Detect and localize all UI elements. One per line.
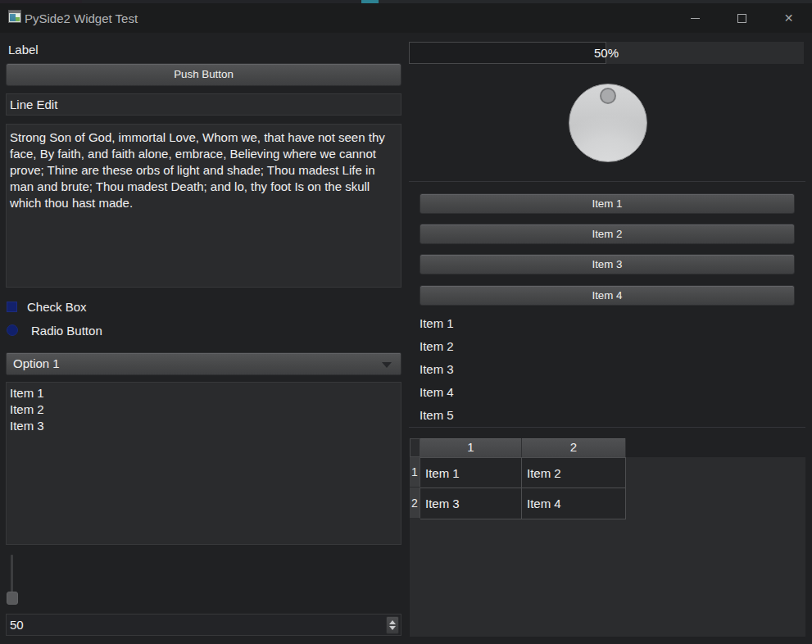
list-item[interactable]: Item 2: [10, 401, 401, 418]
list-item[interactable]: Item 5: [409, 404, 805, 427]
checkbox-indicator[interactable]: [7, 302, 17, 312]
item-3-button[interactable]: Item 3: [420, 254, 795, 274]
list-item[interactable]: Item 3: [409, 358, 805, 381]
title-bar[interactable]: PySide2 Widget Test ✕: [0, 3, 812, 33]
table-column-headers: 1 2: [420, 438, 626, 457]
list-item[interactable]: Item 3: [10, 418, 401, 434]
push-button[interactable]: Push Button: [6, 63, 401, 86]
maximize-icon: [737, 14, 746, 23]
static-label: Label: [8, 43, 39, 57]
item-1-button[interactable]: Item 1: [420, 193, 795, 214]
window-title: PySide2 Widget Test: [25, 11, 138, 25]
list-item[interactable]: Item 4: [409, 381, 805, 404]
column-header[interactable]: 2: [522, 438, 626, 457]
item-4-button[interactable]: Item 4: [420, 285, 795, 306]
close-icon: ✕: [784, 12, 794, 24]
separator: [409, 427, 805, 428]
spin-box-value: 50: [10, 618, 24, 632]
row-header[interactable]: 2: [410, 488, 420, 519]
list-item[interactable]: Item 1: [10, 385, 401, 401]
app-window-icon: [8, 10, 21, 23]
progress-bar-label: 50%: [409, 42, 804, 64]
radio-label[interactable]: Radio Button: [31, 324, 102, 338]
table-cell[interactable]: Item 2: [522, 458, 626, 488]
table-row-headers: 1 2: [410, 457, 420, 519]
vertical-slider-handle[interactable]: [7, 592, 18, 605]
minimize-button[interactable]: [672, 3, 719, 33]
minimize-icon: [691, 18, 700, 19]
column-header[interactable]: 1: [420, 438, 522, 457]
row-header[interactable]: 1: [410, 457, 420, 488]
table-cell[interactable]: Item 1: [420, 458, 522, 488]
separator: [409, 181, 805, 182]
table-corner-button[interactable]: [410, 438, 420, 457]
combo-selected-value: Option 1: [13, 356, 60, 370]
combo-box[interactable]: Option 1: [6, 352, 401, 375]
table-cell[interactable]: Item 3: [420, 488, 522, 519]
table-cells: Item 1 Item 2 Item 3 Item 4: [420, 457, 626, 519]
pyside2-widget-test-window: PySide2 Widget Test ✕ Label Push Button …: [0, 0, 812, 644]
window-controls: ✕: [672, 3, 812, 33]
maximize-button[interactable]: [719, 3, 765, 33]
list-widget-left[interactable]: Item 1 Item 2 Item 3: [6, 382, 401, 545]
radio-indicator[interactable]: [7, 324, 18, 336]
list-widget-right[interactable]: Item 1 Item 2 Item 3 Item 4 Item 5: [409, 312, 805, 427]
spin-up-icon[interactable]: [389, 620, 396, 624]
spin-down-icon[interactable]: [389, 626, 396, 630]
dial-knob[interactable]: [600, 88, 616, 104]
spin-buttons[interactable]: [386, 616, 399, 634]
dial-widget[interactable]: [569, 84, 647, 162]
spin-box[interactable]: 50: [6, 614, 401, 636]
text-edit-area[interactable]: Strong Son of God, immortal Love, Whom w…: [6, 124, 401, 288]
list-item[interactable]: Item 1: [409, 312, 805, 335]
item-2-button[interactable]: Item 2: [420, 224, 795, 244]
line-edit-input[interactable]: Line Edit: [6, 93, 401, 116]
chevron-down-icon: [382, 362, 392, 368]
checkbox-label[interactable]: Check Box: [27, 300, 87, 314]
table-cell[interactable]: Item 4: [522, 488, 626, 519]
list-item[interactable]: Item 2: [409, 335, 805, 358]
progress-bar: 50%: [409, 42, 804, 64]
close-button[interactable]: ✕: [765, 3, 812, 33]
